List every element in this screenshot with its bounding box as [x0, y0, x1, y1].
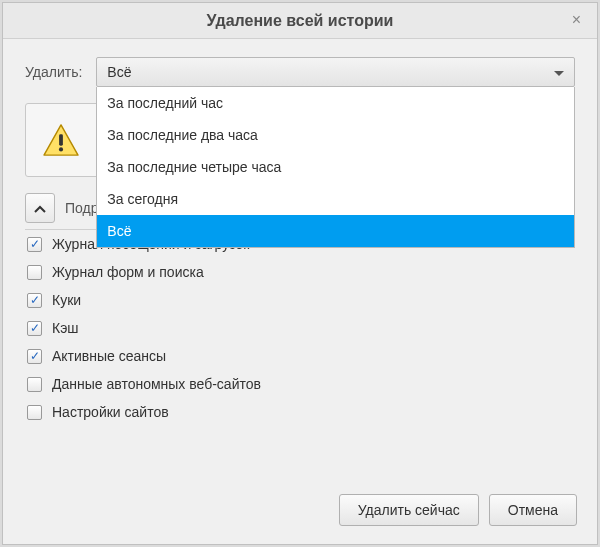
close-icon: × — [572, 11, 581, 28]
check-label: Кэш — [52, 320, 79, 336]
chevron-up-icon — [34, 200, 46, 216]
option-last-hour[interactable]: За последний час — [97, 87, 574, 119]
delete-now-label: Удалить сейчас — [358, 502, 460, 518]
checkmark-icon: ✓ — [30, 294, 40, 306]
time-range-select[interactable]: Всё — [96, 57, 575, 87]
check-label: Данные автономных веб-сайтов — [52, 376, 261, 392]
option-today[interactable]: За сегодня — [97, 183, 574, 215]
check-item: ✓Журнал форм и поиска — [25, 258, 575, 286]
delete-label: Удалить: — [25, 64, 82, 80]
checkmark-icon: ✓ — [30, 322, 40, 334]
check-item: ✓Данные автономных веб-сайтов — [25, 370, 575, 398]
checkbox[interactable]: ✓ — [27, 321, 42, 336]
time-range-dropdown: За последний час За последние два часа З… — [96, 87, 575, 248]
checkbox[interactable]: ✓ — [27, 349, 42, 364]
details-toggle[interactable] — [25, 193, 55, 223]
time-range-row: Удалить: Всё За последний час За последн… — [25, 57, 575, 87]
checkbox[interactable]: ✓ — [27, 237, 42, 252]
option-last-four-hours[interactable]: За последние четыре часа — [97, 151, 574, 183]
cancel-label: Отмена — [508, 502, 558, 518]
clear-history-dialog: Удаление всей истории × Удалить: Всё За … — [2, 2, 598, 545]
option-everything[interactable]: Всё — [97, 215, 574, 247]
checkbox[interactable]: ✓ — [27, 293, 42, 308]
check-item: ✓Куки — [25, 286, 575, 314]
warning-icon — [42, 123, 80, 157]
checkbox[interactable]: ✓ — [27, 265, 42, 280]
checkmark-icon: ✓ — [30, 238, 40, 250]
checkbox[interactable]: ✓ — [27, 405, 42, 420]
chevron-down-icon — [554, 64, 564, 80]
check-item: ✓Кэш — [25, 314, 575, 342]
check-label: Настройки сайтов — [52, 404, 169, 420]
titlebar: Удаление всей истории × — [3, 3, 597, 39]
time-range-selected: Всё — [107, 64, 131, 80]
check-label: Активные сеансы — [52, 348, 166, 364]
history-checklist: ✓Журнал посещений и загрузок✓Журнал форм… — [25, 229, 575, 426]
dialog-footer: Удалить сейчас Отмена — [3, 480, 597, 544]
check-item: ✓Активные сеансы — [25, 342, 575, 370]
checkbox[interactable]: ✓ — [27, 377, 42, 392]
svg-point-1 — [59, 147, 63, 151]
dialog-content: Удалить: Всё За последний час За последн… — [3, 39, 597, 480]
check-label: Журнал форм и поиска — [52, 264, 204, 280]
option-last-two-hours[interactable]: За последние два часа — [97, 119, 574, 151]
checkmark-icon: ✓ — [30, 350, 40, 362]
svg-rect-0 — [59, 134, 63, 145]
time-range-select-wrap: Всё За последний час За последние два ча… — [96, 57, 575, 87]
check-item: ✓Настройки сайтов — [25, 398, 575, 426]
delete-now-button[interactable]: Удалить сейчас — [339, 494, 479, 526]
close-button[interactable]: × — [566, 11, 587, 29]
check-label: Куки — [52, 292, 81, 308]
dialog-title: Удаление всей истории — [207, 12, 394, 30]
cancel-button[interactable]: Отмена — [489, 494, 577, 526]
